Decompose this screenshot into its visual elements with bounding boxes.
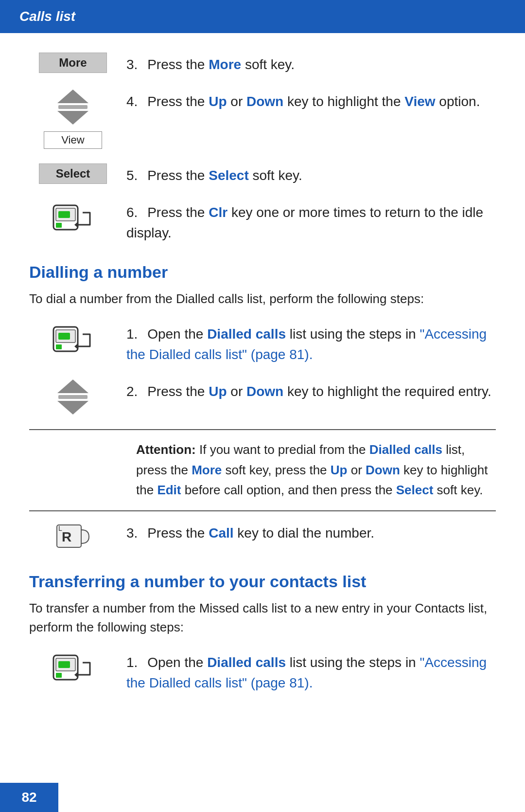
select-button[interactable]: Select (39, 163, 107, 184)
step-row-nav: View 4. Press the Up or Down key to high… (29, 90, 496, 149)
dial-step1-text: 1. Open the Dialled calls list using the… (126, 322, 496, 365)
up-attn: Up (331, 463, 348, 477)
step6-number: 6. (126, 205, 138, 220)
nav-arrows-icon: View (29, 90, 126, 149)
more-button[interactable]: More (39, 53, 107, 73)
view-label: View (404, 94, 435, 109)
step4-number: 4. (126, 94, 138, 109)
call-key-icon: R L (29, 521, 126, 553)
dial-step2-row: 2. Press the Up or Down key to highlight… (29, 379, 496, 415)
arrow-up-icon (57, 90, 88, 103)
svg-rect-15 (56, 673, 62, 678)
dial-arrow-down (57, 401, 88, 415)
dialled-calls-label1: Dialled calls (207, 326, 286, 342)
svg-rect-2 (56, 223, 62, 228)
dial-nav-bar (58, 395, 88, 399)
step-row-more: More 3. Press the More soft key. (29, 53, 496, 75)
step5-text: 5. Press the Select soft key. (126, 163, 496, 186)
dial-clr-svg (51, 322, 95, 356)
page-number: 82 (21, 790, 36, 805)
step6-text: 6. Press the Clr key one or more times t… (126, 200, 496, 243)
dial-step2-number: 2. (126, 384, 138, 399)
step3-text: 3. Press the More soft key. (126, 53, 496, 75)
dial-step3-text: 3. Press the Call key to dial the number… (126, 521, 496, 543)
svg-rect-8 (58, 333, 70, 340)
svg-rect-3 (58, 211, 70, 218)
dial-step3-number: 3. (126, 525, 138, 541)
transfer-heading: Transferring a number to your contacts l… (29, 572, 496, 591)
svg-marker-9 (74, 343, 78, 349)
select-label: Select (209, 168, 249, 183)
dial-clr-icon (29, 322, 126, 356)
svg-marker-17 (74, 672, 78, 678)
svg-marker-4 (74, 222, 78, 228)
arrow-down-icon (57, 111, 88, 125)
edit-attn: Edit (157, 483, 181, 497)
dialled-calls-label2: Dialled calls (207, 655, 286, 670)
call-key-svg: R L (56, 521, 90, 553)
down-label2: Down (246, 384, 283, 399)
header-bar: Calls list (0, 0, 525, 33)
dial-arrow-up (57, 379, 88, 393)
clr-label: Clr (209, 205, 228, 220)
dialling-intro: To dial a number from the Dialled calls … (29, 289, 496, 308)
nav-center-bar (58, 105, 88, 109)
attention-text: Attention: If you want to predial from t… (136, 440, 496, 501)
step4-text: 4. Press the Up or Down key to highlight… (126, 90, 496, 112)
accessing-link1[interactable]: "Accessing the Dialled calls list" (page… (126, 326, 487, 362)
page-footer: 82 (0, 783, 58, 812)
svg-rect-7 (56, 344, 62, 349)
transfer-step1-text: 1. Open the Dialled calls list using the… (126, 650, 496, 693)
more-attn: More (192, 463, 222, 477)
step-row-clr: 6. Press the Clr key one or more times t… (29, 200, 496, 243)
transfer-intro: To transfer a number from the Missed cal… (29, 599, 496, 637)
attention-label: Attention: (136, 442, 196, 457)
view-button[interactable]: View (44, 131, 102, 149)
svg-rect-16 (58, 661, 70, 668)
select-attn: Select (396, 483, 434, 497)
more-label: More (209, 57, 241, 72)
accessing-link2[interactable]: "Accessing the Dialled calls list" (page… (126, 655, 487, 690)
step3-number: 3. (126, 57, 138, 72)
svg-text:R: R (62, 529, 71, 544)
down-attn: Down (366, 463, 400, 477)
dial-step3-row: R L 3. Press the Call key to dial the nu… (29, 521, 496, 553)
dialled-calls-attn: Dialled calls (369, 442, 442, 457)
clr-key-svg (51, 200, 95, 235)
transfer-clr-icon (29, 650, 126, 685)
up-label: Up (209, 94, 227, 109)
select-softkey-icon: Select (29, 163, 126, 184)
step5-number: 5. (126, 168, 138, 183)
header-title: Calls list (19, 9, 75, 24)
transfer-clr-svg (51, 650, 95, 685)
transfer-step1-number: 1. (126, 655, 138, 670)
dial-step1-number: 1. (126, 326, 138, 342)
dialling-heading: Dialling a number (29, 263, 496, 282)
dial-step1-row: 1. Open the Dialled calls list using the… (29, 322, 496, 365)
call-label: Call (209, 525, 233, 541)
svg-text:L: L (58, 524, 62, 532)
transfer-step1-row: 1. Open the Dialled calls list using the… (29, 650, 496, 693)
clr-key-icon (29, 200, 126, 235)
dial-step2-text: 2. Press the Up or Down key to highlight… (126, 379, 496, 402)
up-label2: Up (209, 384, 227, 399)
more-softkey-icon: More (29, 53, 126, 73)
down-label: Down (246, 94, 283, 109)
attention-box: Attention: If you want to predial from t… (29, 429, 496, 511)
step-row-select: Select 5. Press the Select soft key. (29, 163, 496, 186)
dial-nav-icon (29, 379, 126, 415)
